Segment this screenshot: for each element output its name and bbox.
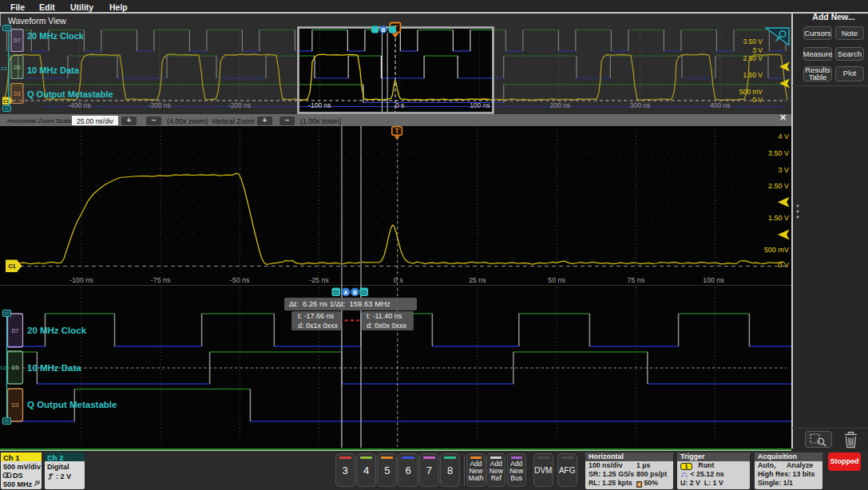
svg-text:A: A bbox=[343, 290, 347, 295]
svg-text:D7: D7 bbox=[12, 328, 19, 334]
svg-text:Cl: Cl bbox=[361, 290, 367, 295]
svg-text:B: B bbox=[353, 290, 357, 295]
svg-text:C1: C1 bbox=[3, 99, 9, 104]
svg-text:D3: D3 bbox=[14, 91, 21, 97]
svg-text:Cl: Cl bbox=[333, 290, 339, 295]
svg-text:C1: C1 bbox=[8, 263, 16, 270]
svg-text:D3: D3 bbox=[12, 402, 19, 408]
svg-text:D5: D5 bbox=[14, 65, 21, 70]
svg-text:B: B bbox=[382, 27, 386, 33]
svg-text:T: T bbox=[394, 127, 399, 135]
svg-text:D5: D5 bbox=[12, 365, 19, 370]
svg-text:D7: D7 bbox=[14, 38, 21, 43]
